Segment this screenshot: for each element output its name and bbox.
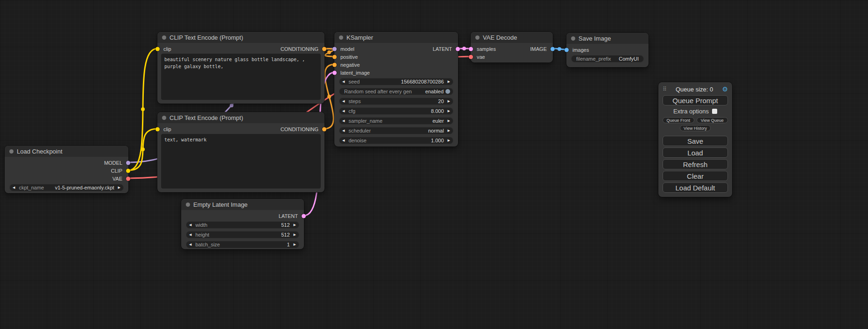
latent-output-slot[interactable] <box>456 47 460 51</box>
node-graph-canvas[interactable]: Load Checkpoint MODEL CLIP VAE ◀ ckpt_na… <box>0 0 868 329</box>
wire-clip-midpoint-2 <box>141 147 145 151</box>
node-title: Save Image <box>579 35 611 42</box>
widget-scheduler[interactable]: ◀ scheduler normal ▶ <box>339 127 453 134</box>
right-arrow-icon[interactable]: ▶ <box>448 119 450 122</box>
node-save-image[interactable]: Save Image images filename_prefix ComfyU… <box>566 33 649 67</box>
queue-front-button[interactable]: Queue Front <box>663 117 694 123</box>
node-clip-text-encode-negative[interactable]: CLIP Text Encode (Prompt) clip CONDITION… <box>157 112 325 192</box>
left-arrow-icon[interactable]: ◀ <box>342 99 345 103</box>
widget-label: height <box>195 232 209 238</box>
view-queue-button[interactable]: View Queue <box>697 117 728 123</box>
queue-prompt-button[interactable]: Queue Prompt <box>663 95 728 105</box>
left-arrow-icon[interactable]: ◀ <box>342 80 345 83</box>
node-title-bar: KSampler <box>334 32 458 43</box>
save-button[interactable]: Save <box>663 136 728 146</box>
slot-label-vae: vae <box>477 54 485 60</box>
slot-label-clip: clip <box>163 126 171 132</box>
node-ksampler[interactable]: KSampler model LATENT positive negative … <box>334 32 458 147</box>
left-arrow-icon[interactable]: ◀ <box>13 186 15 189</box>
left-arrow-icon[interactable]: ◀ <box>189 243 191 246</box>
widget-height[interactable]: ◀ height 512 ▶ <box>186 231 299 238</box>
settings-gear-icon[interactable]: ⚙ <box>722 86 728 92</box>
widget-width[interactable]: ◀ width 512 ▶ <box>186 221 299 229</box>
positive-input-slot[interactable] <box>332 55 337 59</box>
widget-label: scheduler <box>348 128 371 133</box>
right-arrow-icon[interactable]: ▶ <box>448 129 450 132</box>
right-arrow-icon[interactable]: ▶ <box>448 99 450 103</box>
toggle-knob[interactable] <box>445 89 450 94</box>
widget-steps[interactable]: ◀ steps 20 ▶ <box>339 98 453 105</box>
clip-input-slot[interactable] <box>155 47 160 51</box>
left-arrow-icon[interactable]: ◀ <box>342 109 345 112</box>
collapse-dot-icon[interactable] <box>162 35 166 40</box>
node-empty-latent-image[interactable]: Empty Latent Image LATENT ◀ width 512 ▶ … <box>181 199 304 249</box>
left-arrow-icon[interactable]: ◀ <box>342 129 345 132</box>
node-title-bar: VAE Decode <box>471 32 553 43</box>
latent-output-slot[interactable] <box>302 214 306 218</box>
right-arrow-icon[interactable]: ▶ <box>448 80 450 83</box>
widget-ckpt-name[interactable]: ◀ ckpt_name v1-5-pruned-emaonly.ckpt ▶ <box>9 184 124 191</box>
load-button[interactable]: Load <box>663 147 728 158</box>
image-output-slot[interactable] <box>550 47 555 51</box>
queue-panel[interactable]: ⠿ Queue size: 0 ⚙ Queue Prompt Extra opt… <box>658 82 732 197</box>
samples-input-slot[interactable] <box>469 47 473 51</box>
left-arrow-icon[interactable]: ◀ <box>342 119 345 122</box>
slot-row: positive <box>334 53 458 61</box>
node-title: CLIP Text Encode (Prompt) <box>169 34 243 41</box>
widget-seed[interactable]: ◀ seed 156680208700286 ▶ <box>339 78 453 85</box>
widget-denoise[interactable]: ◀ denoise 1.000 ▶ <box>339 137 453 144</box>
drag-handle-icon[interactable]: ⠿ <box>663 86 667 92</box>
node-vae-decode[interactable]: VAE Decode samples IMAGE vae <box>471 32 553 63</box>
left-arrow-icon[interactable]: ◀ <box>189 233 191 236</box>
right-arrow-icon[interactable]: ▶ <box>448 139 450 142</box>
images-input-slot[interactable] <box>565 48 569 52</box>
refresh-button[interactable]: Refresh <box>663 159 728 169</box>
collapse-dot-icon[interactable] <box>571 36 575 41</box>
slot-row: latent_image <box>334 69 458 77</box>
node-title-bar: Load Checkpoint <box>5 146 128 157</box>
widget-sampler-name[interactable]: ◀ sampler_name euler ▶ <box>339 117 453 125</box>
view-history-row: View History <box>663 125 728 131</box>
collapse-dot-icon[interactable] <box>162 116 166 120</box>
vae-input-slot[interactable] <box>469 55 473 59</box>
widget-cfg[interactable]: ◀ cfg 8.000 ▶ <box>339 107 453 115</box>
widget-value: 1 <box>287 242 289 247</box>
right-arrow-icon[interactable]: ▶ <box>294 223 296 226</box>
clip-input-slot[interactable] <box>155 127 160 131</box>
right-arrow-icon[interactable]: ▶ <box>448 109 450 112</box>
extra-options-checkbox[interactable] <box>712 109 717 114</box>
node-clip-text-encode-positive[interactable]: CLIP Text Encode (Prompt) clip CONDITION… <box>157 32 325 104</box>
slot-label-clip: CLIP <box>111 168 122 174</box>
collapse-dot-icon[interactable] <box>9 149 14 154</box>
conditioning-output-slot[interactable] <box>322 127 326 131</box>
left-arrow-icon[interactable]: ◀ <box>189 223 191 226</box>
model-input-slot[interactable] <box>332 47 337 51</box>
slot-row: CLIP <box>5 167 128 175</box>
widget-value: v1-5-pruned-emaonly.ckpt <box>55 185 114 190</box>
clip-output-slot[interactable] <box>126 168 130 173</box>
right-arrow-icon[interactable]: ▶ <box>294 243 296 246</box>
widget-random-seed-toggle[interactable]: Random seed after every gen enabled <box>339 88 453 95</box>
view-history-button[interactable]: View History <box>680 125 711 131</box>
clear-button[interactable]: Clear <box>663 171 728 181</box>
extra-options-row: Extra options <box>663 107 728 115</box>
model-output-slot[interactable] <box>126 161 130 165</box>
collapse-dot-icon[interactable] <box>186 203 190 207</box>
left-arrow-icon[interactable]: ◀ <box>342 139 345 142</box>
slot-label-model: MODEL <box>104 160 122 166</box>
right-arrow-icon[interactable]: ▶ <box>118 186 120 189</box>
collapse-dot-icon[interactable] <box>475 35 480 40</box>
load-default-button[interactable]: Load Default <box>663 182 728 193</box>
vae-output-slot[interactable] <box>126 176 130 181</box>
node-load-checkpoint[interactable]: Load Checkpoint MODEL CLIP VAE ◀ ckpt_na… <box>5 146 128 193</box>
wire-image-midpoint <box>557 47 561 51</box>
negative-prompt-textarea[interactable]: text, watermark <box>161 134 321 189</box>
right-arrow-icon[interactable]: ▶ <box>294 233 296 236</box>
collapse-dot-icon[interactable] <box>339 35 343 40</box>
positive-prompt-textarea[interactable]: beautiful scenery nature glass bottle la… <box>161 54 321 100</box>
widget-batch-size[interactable]: ◀ batch_size 1 ▶ <box>186 241 299 248</box>
negative-input-slot[interactable] <box>332 63 337 67</box>
conditioning-output-slot[interactable] <box>322 47 326 51</box>
widget-filename-prefix[interactable]: filename_prefix ComfyUI <box>571 55 644 63</box>
latent-image-input-slot[interactable] <box>332 70 337 75</box>
